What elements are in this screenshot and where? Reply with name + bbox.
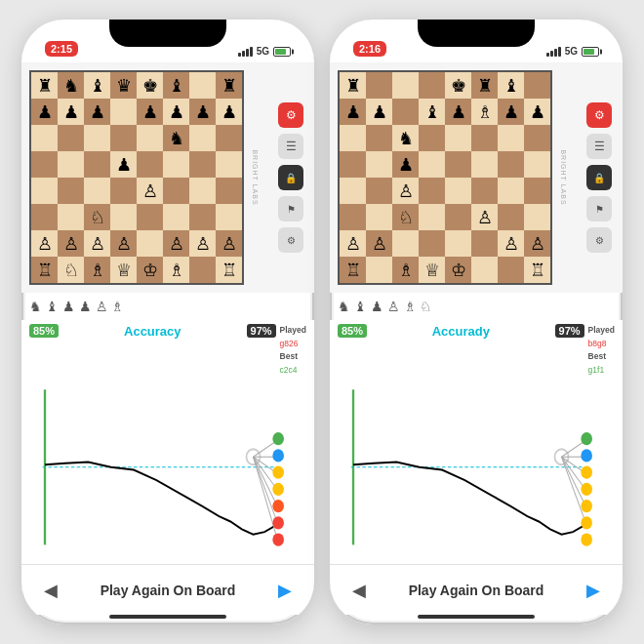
cell bbox=[366, 125, 392, 151]
home-indicator-left bbox=[109, 615, 226, 619]
accuracy-header-right: 85% Accurady 97% Played b8g8 Best g1f1 bbox=[330, 320, 623, 377]
cell bbox=[419, 125, 445, 151]
cell bbox=[58, 204, 84, 230]
cell bbox=[189, 125, 216, 151]
network-left: 5G bbox=[257, 46, 269, 57]
next-btn-right[interactable]: ▶ bbox=[580, 577, 607, 604]
play-again-right[interactable]: Play Again On Board bbox=[409, 583, 544, 598]
cell bbox=[471, 151, 498, 178]
right-section-right: 97% Played b8g8 Best g1f1 bbox=[555, 324, 615, 377]
svg-point-32 bbox=[581, 500, 592, 512]
cell: ♟ bbox=[524, 99, 550, 125]
cell: ♗ bbox=[84, 257, 110, 283]
prev-btn-left[interactable]: ◀ bbox=[37, 577, 64, 604]
status-right-right: 5G bbox=[546, 46, 599, 57]
cell: ♜ bbox=[340, 72, 366, 99]
cell: ♟ bbox=[137, 99, 163, 125]
cell bbox=[340, 125, 366, 151]
accuracy-header-left: 85% Accuracy 97% Played g826 Best c2c4 bbox=[21, 320, 314, 377]
extra-btn-right[interactable]: ⚙ bbox=[586, 227, 612, 253]
left-pct-right: 85% bbox=[338, 324, 367, 338]
captured-right: ♞ ♝ ♟ ♙ ♗ ♘ bbox=[330, 293, 623, 320]
cell bbox=[31, 178, 58, 204]
cell bbox=[58, 125, 84, 151]
cell: ♖ bbox=[31, 257, 58, 283]
cell: ♙ bbox=[471, 204, 498, 230]
cell bbox=[31, 151, 58, 178]
cell: ♙ bbox=[84, 230, 110, 257]
lock-btn-left[interactable]: 🔒 bbox=[278, 165, 303, 190]
bars-btn-right[interactable]: ☰ bbox=[586, 134, 612, 159]
play-again-left[interactable]: Play Again On Board bbox=[101, 583, 236, 598]
cell bbox=[84, 151, 110, 178]
cell bbox=[498, 204, 524, 230]
cell: ♖ bbox=[524, 257, 550, 283]
analysis-left: 85% Accuracy 97% Played g826 Best c2c4 bbox=[21, 320, 314, 564]
cell bbox=[216, 178, 242, 204]
gear-btn-left[interactable]: ⚙ bbox=[278, 102, 303, 128]
battery-right bbox=[582, 47, 599, 57]
cell: ♙ bbox=[216, 230, 242, 257]
svg-point-13 bbox=[272, 466, 284, 479]
cell: ♙ bbox=[498, 230, 524, 257]
cell bbox=[31, 125, 58, 151]
cell bbox=[163, 204, 189, 230]
board-wrapper-right: ♜♚♜♝♟♟♝♟♗♟♟♞♟♙♘♙♙♙♙♙♖♗♕♔♖ BRIGHT LABS bbox=[338, 70, 580, 285]
cell bbox=[419, 151, 445, 178]
watermark-right: BRIGHT LABS bbox=[560, 149, 567, 205]
cell: ♖ bbox=[340, 257, 366, 283]
cell: ♚ bbox=[137, 72, 163, 99]
cell: ♗ bbox=[471, 99, 498, 125]
svg-point-16 bbox=[272, 517, 284, 530]
extra-btn-left[interactable]: ⚙ bbox=[278, 227, 303, 253]
cell bbox=[471, 230, 498, 257]
cell: ♖ bbox=[216, 257, 242, 283]
played-block-left: Played g826 Best c2c4 bbox=[280, 324, 306, 377]
cell: ♗ bbox=[392, 257, 419, 283]
cell bbox=[110, 178, 137, 204]
cell: ♙ bbox=[366, 230, 392, 257]
lock-btn-right[interactable]: 🔒 bbox=[586, 165, 612, 190]
cell: ♚ bbox=[445, 72, 471, 99]
cell bbox=[366, 72, 392, 99]
cell bbox=[524, 125, 550, 151]
right-section-left: 97% Played g826 Best c2c4 bbox=[247, 324, 306, 377]
cell bbox=[216, 125, 242, 151]
accuracy-label-right: Accurady bbox=[371, 324, 551, 339]
cell bbox=[524, 151, 550, 178]
cell bbox=[419, 72, 445, 99]
bars-btn-left[interactable]: ☰ bbox=[278, 134, 303, 159]
cell bbox=[445, 204, 471, 230]
prev-btn-right[interactable]: ◀ bbox=[345, 577, 373, 604]
side-controls-right: ⚙ ☰ 🔒 ⚑ ⚙ bbox=[584, 102, 615, 253]
flag-btn-left[interactable]: ⚑ bbox=[278, 196, 303, 221]
cell bbox=[189, 151, 216, 178]
cell: ♝ bbox=[498, 72, 524, 99]
cell bbox=[137, 151, 163, 178]
cell: ♕ bbox=[419, 257, 445, 283]
played-block-right: Played b8g8 Best g1f1 bbox=[588, 324, 615, 377]
next-btn-left[interactable]: ▶ bbox=[271, 577, 299, 604]
svg-point-33 bbox=[581, 517, 592, 530]
cell bbox=[340, 151, 366, 178]
cell bbox=[110, 125, 137, 151]
cell bbox=[84, 178, 110, 204]
cell bbox=[137, 125, 163, 151]
cell: ♝ bbox=[84, 72, 110, 99]
cell: ♞ bbox=[163, 125, 189, 151]
cell: ♙ bbox=[137, 178, 163, 204]
svg-point-28 bbox=[581, 432, 592, 445]
cell: ♙ bbox=[189, 230, 216, 257]
chart-area-left bbox=[31, 377, 304, 558]
gear-btn-right[interactable]: ⚙ bbox=[586, 102, 612, 128]
flag-btn-right[interactable]: ⚑ bbox=[586, 196, 612, 221]
time-right: 2:16 bbox=[353, 41, 386, 57]
cell bbox=[340, 178, 366, 204]
cell bbox=[137, 230, 163, 257]
cell: ♜ bbox=[471, 72, 498, 99]
cell: ♝ bbox=[163, 72, 189, 99]
cell: ♔ bbox=[445, 257, 471, 283]
cell: ♙ bbox=[31, 230, 58, 257]
svg-point-15 bbox=[272, 500, 284, 512]
cell bbox=[445, 125, 471, 151]
